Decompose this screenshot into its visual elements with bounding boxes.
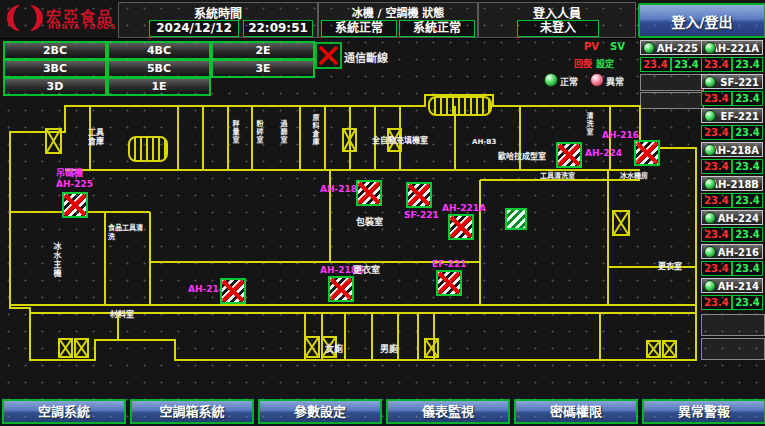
unit-cell-ah214[interactable]: AH-214	[701, 278, 763, 293]
room-label: 原料倉庫	[310, 114, 319, 146]
unit-led-icon	[704, 42, 716, 54]
unit-name: AH-218B	[710, 179, 759, 190]
floor-button-5bc[interactable]: 5BC	[107, 59, 211, 78]
stairs-icon	[428, 96, 492, 116]
footer-button-meter-monitor[interactable]: 儀表監視	[386, 399, 510, 424]
room-label: 更衣室	[353, 266, 380, 275]
ahu-icon-ah214[interactable]	[220, 278, 246, 304]
shaft-icon	[646, 340, 661, 358]
room-label: 冰水主機	[52, 242, 61, 278]
unit-cell-sf221[interactable]: SF-221	[701, 74, 763, 89]
ahu-icon-normal[interactable]	[505, 208, 527, 230]
unit-name: AH-214	[718, 281, 759, 292]
system-time-label: 系統時間	[119, 4, 317, 21]
ahu-icon-ah216[interactable]	[634, 140, 660, 166]
shaft-icon	[58, 338, 73, 358]
map-unit-label-ah224: AH-224	[585, 148, 622, 158]
map-unit-label-ah216: AH-216	[602, 130, 639, 140]
unit-led-icon	[704, 76, 716, 88]
shaft-icon	[74, 338, 89, 358]
unit-sv-value: 23.4	[671, 57, 702, 72]
ahu-icon-ah221a[interactable]	[448, 214, 474, 240]
chiller-status-value: 系統正常	[321, 20, 397, 37]
shaft-icon	[662, 340, 677, 358]
footer-button-password[interactable]: 密碼權限	[514, 399, 638, 424]
unit-cell-ef221[interactable]: EF-221	[701, 108, 763, 123]
system-date-value: 2024/12/12	[149, 20, 239, 37]
floor-plan: 吊碼機 AH-225 AH-214 AH-218B AH-218A SF-221…	[0, 92, 702, 398]
stairs-icon	[128, 136, 168, 162]
unit-sv-value: 23.4	[732, 91, 763, 106]
ahu-icon-ah225[interactable]	[62, 192, 88, 218]
unit-name: AH-218A	[710, 145, 759, 156]
map-unit-label-ah225: AH-225	[56, 179, 93, 189]
ahu-icon-ah218a[interactable]	[356, 180, 382, 206]
unit-cell-ah221a[interactable]: AH-221A	[701, 40, 763, 55]
floor-button-2e[interactable]: 2E	[211, 41, 315, 60]
unit-pv-value: 23.4	[701, 159, 732, 174]
unit-cell-ah218a[interactable]: AH-218A	[701, 142, 763, 157]
ahu-icon-ah224[interactable]	[556, 142, 582, 168]
unit-pv-value: 23.4	[701, 57, 732, 72]
login-user-value: 未登入	[517, 20, 599, 37]
footer-button-alarm[interactable]: 異常警報	[642, 399, 765, 424]
unit-pv-value: 23.4	[701, 261, 732, 276]
unit-led-icon	[643, 42, 655, 54]
sv-label: SV	[610, 41, 625, 52]
unit-led-icon	[704, 212, 716, 224]
room-label: 包裝室	[356, 218, 383, 227]
shaft-icon	[45, 128, 62, 154]
pv-label: PV	[584, 41, 599, 52]
unit-led-icon	[704, 178, 716, 190]
room-label: 食品工具清洗	[108, 224, 144, 242]
map-unit-sublabel: 吊碼機	[56, 168, 83, 178]
ahu-icon-ef221[interactable]	[436, 270, 462, 296]
system-time-value: 22:09:51	[243, 20, 313, 37]
room-label: 冰水機房	[620, 172, 648, 181]
ahu-icon-sf221[interactable]	[406, 182, 432, 208]
footer-button-ahu-system[interactable]: 空調箱系統	[130, 399, 254, 424]
floor-button-2bc[interactable]: 2BC	[3, 41, 107, 60]
unit-pv-value: 23.4	[701, 91, 732, 106]
map-unit-label-ah221a: AH-221A	[442, 203, 486, 213]
company-name-en: HUNYA FOODS	[48, 23, 116, 31]
floor-button-4bc[interactable]: 4BC	[107, 41, 211, 60]
room-label: 女廁	[325, 345, 343, 354]
footer-button-param-setting[interactable]: 參數設定	[258, 399, 382, 424]
login-label: 登入人員	[479, 4, 635, 21]
unit-led-icon	[704, 144, 716, 156]
room-label: 工具清洗室	[540, 172, 575, 181]
unit-cell-ah218b[interactable]: AH-218B	[701, 176, 763, 191]
room-label: 清洗室	[584, 112, 593, 136]
ahu-icon-ah218b[interactable]	[328, 276, 354, 302]
unit-pv-value: 23.4	[701, 295, 732, 310]
footer-button-hvac-system[interactable]: 空調系統	[2, 399, 126, 424]
unit-sv-value: 23.4	[732, 227, 763, 242]
floor-button-3e[interactable]: 3E	[211, 59, 315, 78]
room-label: AH-B3	[472, 138, 496, 147]
header-bar: 宏亞食品 HUNYA FOODS 系統時間 2024/12/12 22:09:5…	[0, 0, 765, 39]
unit-sv-value: 23.4	[732, 295, 763, 310]
comm-loss-icon	[315, 42, 342, 69]
room-label: 粉碎室	[254, 120, 263, 144]
unit-pv-value: 23.4	[701, 125, 732, 140]
room-label: 過篩室	[278, 120, 287, 144]
unit-cell-ah225[interactable]: AH-225	[640, 40, 702, 55]
shaft-icon	[424, 338, 439, 358]
ahu-status-value: 系統正常	[399, 20, 475, 37]
unit-cell-ah224[interactable]: AH-224	[701, 210, 763, 225]
unit-sv-value: 23.4	[732, 125, 763, 140]
unit-name: SF-221	[720, 77, 759, 88]
unit-sv-value: 23.4	[732, 159, 763, 174]
room-label: 全自動充填機室	[372, 136, 428, 145]
room-label: 歐哈拉成型室	[498, 152, 546, 161]
comm-loss-label: 通信斷線	[344, 49, 388, 65]
unit-pv-value: 23.4	[701, 227, 732, 242]
unit-cell-ah216[interactable]: AH-216	[701, 244, 763, 259]
floor-button-3bc[interactable]: 3BC	[3, 59, 107, 78]
unit-pv-value: 23.4	[640, 57, 671, 72]
login-logout-button[interactable]: 登入/登出	[638, 3, 765, 38]
empty-cell	[640, 74, 704, 91]
normal-label: 正常	[560, 75, 578, 88]
machine-status-section: 冰機 / 空調機 狀態 系統正常 系統正常	[318, 2, 478, 38]
